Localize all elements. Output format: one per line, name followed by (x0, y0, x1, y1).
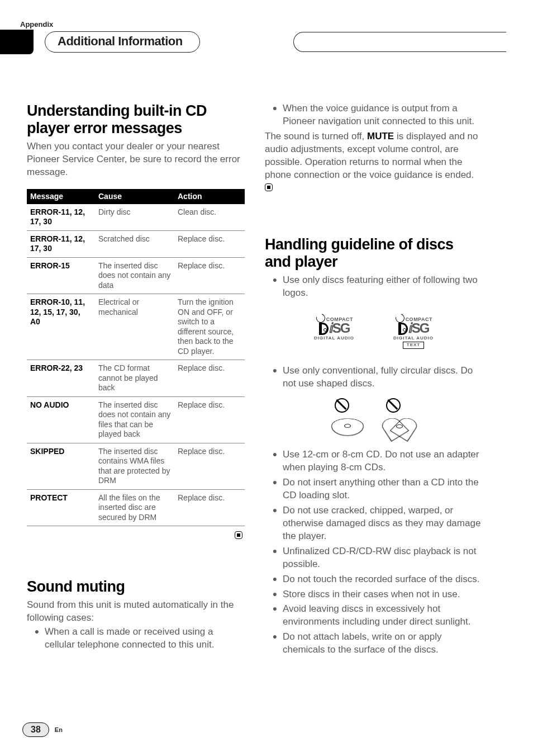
logo-digital-audio: DIGITAL AUDIO (314, 336, 354, 342)
list-item: Unfinalized CD-R/CD-RW disc playback is … (265, 545, 483, 571)
heading-sound-muting: Sound muting (27, 578, 245, 596)
cell-cause: The CD format cannot be played back (95, 360, 174, 397)
list-item: Do not touch the recorded surface of the… (265, 573, 483, 586)
cell-cause: The inserted disc contains WMA files tha… (95, 443, 174, 489)
section-end-icon (235, 531, 242, 539)
section-end-icon (265, 183, 273, 191)
cell-action: Turn the ignition ON and OFF, or switch … (174, 294, 245, 360)
irregular-disc-icon (329, 419, 367, 436)
heading-handling: Handling guideline of discs and player (265, 236, 483, 271)
cell-action: Replace disc. (174, 489, 245, 526)
list-item: Use only conventional, fully circular di… (265, 365, 483, 390)
page-number: 38 (22, 722, 49, 737)
list-item: Do not use cracked, chipped, warped, or … (265, 504, 483, 543)
cell-cause: All the files on the inserted disc are s… (95, 489, 174, 526)
table-row: ERROR-22, 23 The CD format cannot be pla… (27, 360, 245, 397)
table-row: NO AUDIO The inserted disc does not cont… (27, 396, 245, 443)
cd-logo-row: COMPACT ⅈSG DIGITAL AUDIO COMPACT ⅈSG DI… (265, 312, 483, 349)
logo-disc-icon: ⅈSG (398, 323, 429, 335)
table-row: ERROR-10, 11, 12, 15, 17, 30, A0 Electri… (27, 294, 245, 360)
cell-message: SKIPPED (27, 443, 95, 489)
forbidden-icon (335, 398, 349, 413)
cell-cause: Dirty disc (95, 204, 174, 231)
cell-message: ERROR-10, 11, 12, 15, 17, 30, A0 (27, 294, 95, 360)
table-row: ERROR-11, 12, 17, 30 Scratched disc Repl… (27, 230, 245, 257)
table-row: PROTECT All the files on the inserted di… (27, 489, 245, 526)
cell-cause: The inserted disc does not contain any d… (95, 257, 174, 294)
table-row: ERROR-15 The inserted disc does not cont… (27, 257, 245, 294)
th-message: Message (27, 189, 95, 204)
forbidden-disc-irregular (331, 398, 364, 437)
list-item: When the voice guidance is output from a… (265, 102, 483, 128)
footer: 38 En (22, 722, 63, 737)
list-item: Do not attach labels, write on or apply … (265, 631, 483, 656)
cell-message: ERROR-11, 12, 17, 30 (27, 204, 95, 231)
cell-action: Replace disc. (174, 443, 245, 489)
header-row: Additional Information (0, 30, 506, 54)
mute-intro: Sound from this unit is muted automatica… (27, 599, 245, 625)
cell-cause: The inserted disc does not contain any f… (95, 396, 174, 443)
cell-action: Replace disc. (174, 360, 245, 397)
shaped-discs-row (265, 398, 483, 437)
cell-action: Replace disc. (174, 257, 245, 294)
cell-cause: Electrical or mechanical (95, 294, 174, 360)
error-intro: When you contact your dealer or your nea… (27, 140, 245, 179)
language-label: En (55, 726, 63, 733)
right-column: When the voice guidance is output from a… (265, 102, 483, 659)
table-row: SKIPPED The inserted disc contains WMA f… (27, 443, 245, 489)
table-row: ERROR-11, 12, 17, 30 Dirty disc Clean di… (27, 204, 245, 231)
logo-digital-audio: DIGITAL AUDIO (393, 336, 434, 342)
cell-action: Clean disc. (174, 204, 245, 231)
forbidden-icon (386, 398, 401, 413)
cell-action: Replace disc. (174, 230, 245, 257)
text: The sound is turned off, (265, 131, 367, 141)
error-table: Message Cause Action ERROR-11, 12, 17, 3… (27, 189, 245, 526)
empty-chip (293, 32, 506, 52)
logo-disc-icon: ⅈSG (319, 323, 350, 335)
heading-error-messages: Understanding built-in CD player error m… (27, 102, 245, 137)
compact-disc-logo: COMPACT ⅈSG DIGITAL AUDIO (314, 312, 354, 349)
section-title-chip: Additional Information (45, 31, 200, 53)
forbidden-disc-heart (383, 398, 416, 437)
list-item: Use only discs featuring either of follo… (265, 274, 483, 300)
heart-disc-icon (380, 419, 419, 436)
th-action: Action (174, 189, 245, 204)
list-item: Avoid leaving discs in excessively hot e… (265, 603, 483, 629)
mute-paragraph: The sound is turned off, MUTE is display… (265, 130, 483, 195)
black-tab (0, 30, 34, 54)
cell-cause: Scratched disc (95, 230, 174, 257)
logo-text: TEXT (403, 342, 424, 349)
mute-bold: MUTE (367, 131, 394, 141)
th-cause: Cause (95, 189, 174, 204)
compact-disc-text-logo: COMPACT ⅈSG DIGITAL AUDIO TEXT (393, 312, 434, 349)
list-item: When a call is made or received using a … (27, 626, 245, 651)
cell-message: NO AUDIO (27, 396, 95, 443)
list-item: Use 12-cm or 8-cm CD. Do not use an adap… (265, 448, 483, 474)
cell-action: Replace disc. (174, 396, 245, 443)
left-column: Understanding built-in CD player error m… (27, 102, 245, 659)
cell-message: ERROR-15 (27, 257, 95, 294)
cell-message: PROTECT (27, 489, 95, 526)
appendix-label: Appendix (20, 20, 506, 29)
list-item: Store discs in their cases when not in u… (265, 588, 483, 601)
cell-message: ERROR-11, 12, 17, 30 (27, 230, 95, 257)
cell-message: ERROR-22, 23 (27, 360, 95, 397)
list-item: Do not insert anything other than a CD i… (265, 476, 483, 502)
